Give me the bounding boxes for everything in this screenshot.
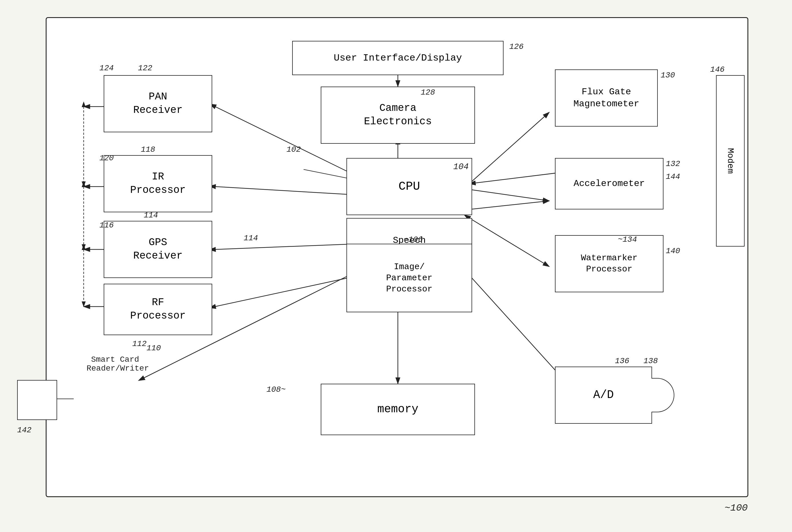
svg-line-8 <box>469 218 549 267</box>
gps-receiver-label: GPSReceiver <box>133 236 183 263</box>
cpu-block: CPU 104 <box>346 158 472 215</box>
rf-processor-label: RFProcessor <box>130 296 186 323</box>
svg-line-6 <box>469 112 549 184</box>
ref-116: 116 <box>99 221 114 230</box>
gps-receiver-block: GPSReceiver <box>104 221 212 278</box>
ref-138: 138 <box>643 357 658 365</box>
cpu-label: CPU <box>399 179 420 194</box>
ref-142: 142 <box>17 426 32 435</box>
smart-card-arrow <box>57 399 74 399</box>
ad-block: A/D <box>555 366 652 424</box>
image-processor-label: Image/ParameterProcessor <box>386 262 432 295</box>
user-interface-label: User Interface/Display <box>334 52 462 64</box>
pan-receiver-label: PANReceiver <box>133 90 183 117</box>
watermarker-block: WatermarkerProcessor <box>555 235 663 292</box>
image-processor-block: Image/ParameterProcessor <box>346 244 472 312</box>
ref-140: 140 <box>666 247 680 255</box>
ad-label: A/D <box>593 388 614 403</box>
flux-gate-label: Flux GateMagnetometer <box>574 86 639 110</box>
ref-136: 136 <box>615 357 629 365</box>
ref-112: 112 <box>132 339 147 348</box>
smart-card-label: Smart CardReader/Writer <box>86 355 144 373</box>
svg-line-11 <box>215 244 361 249</box>
ref-118: 118 <box>141 145 155 154</box>
ir-processor-block: IRProcessor <box>104 155 212 212</box>
diagram-container: User Interface/Display 126 CameraElectro… <box>46 17 748 497</box>
rf-processor-block: RFProcessor <box>104 284 212 335</box>
accelerometer-block: Accelerometer <box>555 158 663 209</box>
flux-gate-block: Flux GateMagnetometer <box>555 70 658 127</box>
ref-132: 132 <box>666 159 680 168</box>
ref-134: ~134 <box>618 235 637 244</box>
ref-102: 102 <box>287 145 301 154</box>
memory-block: memory <box>321 384 475 435</box>
ref-108: 108~ <box>267 385 286 394</box>
ref-144: 144 <box>666 172 680 181</box>
ref-114: 114 <box>144 211 158 220</box>
ref-126: 126 <box>509 42 523 51</box>
memory-label: memory <box>377 402 419 417</box>
ref-128: 128 <box>421 88 435 97</box>
accelerometer-label: Accelerometer <box>574 178 645 190</box>
svg-line-10 <box>215 187 361 195</box>
modem-label: Modem <box>726 148 735 174</box>
watermarker-label: WatermarkerProcessor <box>581 252 637 275</box>
svg-line-7 <box>469 189 549 201</box>
user-interface-block: User Interface/Display <box>292 41 504 75</box>
svg-line-12 <box>215 275 361 307</box>
smart-card-device-block <box>17 380 57 420</box>
ref-104: 104 <box>453 162 469 173</box>
ref-130: 130 <box>661 71 675 80</box>
ref-114-arrow: 114 <box>244 234 258 243</box>
ref-100: ~100 <box>724 502 748 513</box>
ref-146: 146 <box>710 65 725 74</box>
camera-electronics-label: CameraElectronics <box>364 102 432 129</box>
pan-receiver-block: PANReceiver <box>104 75 212 132</box>
camera-electronics-block: CameraElectronics <box>321 87 475 144</box>
ref-124: 124 <box>99 64 114 73</box>
ref-122: 122 <box>138 64 152 73</box>
modem-block: Modem <box>716 75 745 247</box>
ad-circle-decoration <box>652 378 674 412</box>
ref-120: 120 <box>99 154 114 163</box>
ir-processor-label: IRProcessor <box>130 170 186 197</box>
ref-110: 110 <box>147 344 161 353</box>
svg-line-24 <box>469 201 549 209</box>
ref-106: ~106 <box>404 235 423 244</box>
